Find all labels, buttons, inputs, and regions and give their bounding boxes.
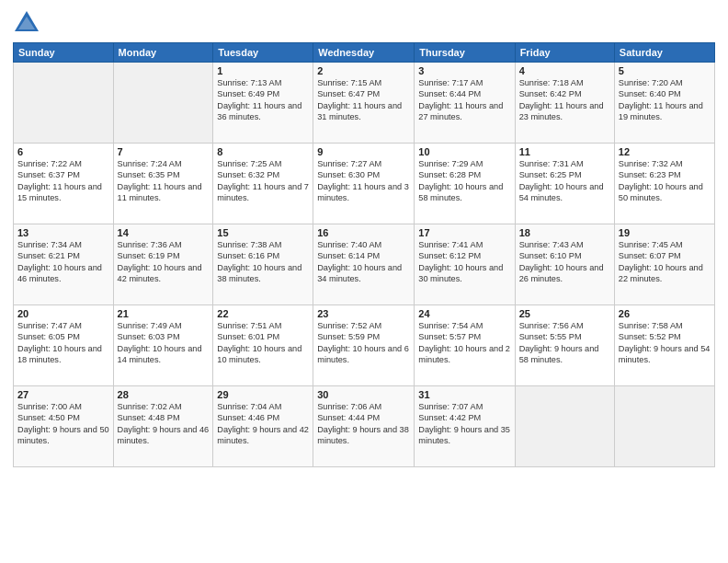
day-info: Sunrise: 7:52 AM Sunset: 5:59 PM Dayligh…	[317, 320, 410, 366]
calendar-header-monday: Monday	[113, 43, 213, 63]
calendar-header-wednesday: Wednesday	[313, 43, 415, 63]
calendar-cell: 19Sunrise: 7:45 AM Sunset: 6:07 PM Dayli…	[614, 224, 714, 305]
day-number: 29	[217, 389, 309, 400]
calendar-cell: 21Sunrise: 7:49 AM Sunset: 6:03 PM Dayli…	[113, 305, 213, 386]
day-number: 1	[217, 65, 309, 76]
calendar-cell	[614, 386, 714, 467]
calendar-cell	[14, 63, 114, 144]
calendar-header-thursday: Thursday	[415, 43, 515, 63]
calendar-cell: 18Sunrise: 7:43 AM Sunset: 6:10 PM Dayli…	[515, 224, 614, 305]
calendar-cell: 4Sunrise: 7:18 AM Sunset: 6:42 PM Daylig…	[515, 63, 614, 144]
logo	[13, 9, 44, 37]
day-info: Sunrise: 7:17 AM Sunset: 6:44 PM Dayligh…	[418, 77, 510, 123]
day-number: 28	[118, 389, 210, 400]
day-number: 7	[118, 146, 210, 157]
day-info: Sunrise: 7:15 AM Sunset: 6:47 PM Dayligh…	[317, 77, 410, 123]
calendar-header-tuesday: Tuesday	[213, 43, 313, 63]
calendar-cell: 28Sunrise: 7:02 AM Sunset: 4:48 PM Dayli…	[113, 386, 213, 467]
calendar-cell: 14Sunrise: 7:36 AM Sunset: 6:19 PM Dayli…	[113, 224, 213, 305]
day-info: Sunrise: 7:43 AM Sunset: 6:10 PM Dayligh…	[519, 239, 610, 285]
calendar-cell: 17Sunrise: 7:41 AM Sunset: 6:12 PM Dayli…	[415, 224, 515, 305]
day-info: Sunrise: 7:07 AM Sunset: 4:42 PM Dayligh…	[418, 401, 510, 447]
day-info: Sunrise: 7:18 AM Sunset: 6:42 PM Dayligh…	[519, 77, 610, 123]
day-info: Sunrise: 7:40 AM Sunset: 6:14 PM Dayligh…	[317, 239, 410, 285]
day-number: 16	[317, 227, 410, 238]
calendar-cell: 30Sunrise: 7:06 AM Sunset: 4:44 PM Dayli…	[313, 386, 415, 467]
day-info: Sunrise: 7:29 AM Sunset: 6:28 PM Dayligh…	[418, 158, 510, 204]
calendar-cell: 27Sunrise: 7:00 AM Sunset: 4:50 PM Dayli…	[14, 386, 114, 467]
calendar-week-row: 13Sunrise: 7:34 AM Sunset: 6:21 PM Dayli…	[14, 224, 715, 305]
day-number: 27	[17, 389, 109, 400]
calendar-cell: 12Sunrise: 7:32 AM Sunset: 6:23 PM Dayli…	[614, 144, 714, 224]
day-number: 19	[619, 227, 711, 238]
day-number: 3	[418, 65, 510, 76]
day-number: 31	[418, 389, 510, 400]
day-number: 18	[519, 227, 610, 238]
calendar-cell: 24Sunrise: 7:54 AM Sunset: 5:57 PM Dayli…	[415, 305, 515, 386]
day-info: Sunrise: 7:31 AM Sunset: 6:25 PM Dayligh…	[519, 158, 610, 204]
calendar-cell: 20Sunrise: 7:47 AM Sunset: 6:05 PM Dayli…	[14, 305, 114, 386]
day-number: 8	[217, 146, 309, 157]
calendar-table: SundayMondayTuesdayWednesdayThursdayFrid…	[13, 42, 715, 467]
calendar-cell: 13Sunrise: 7:34 AM Sunset: 6:21 PM Dayli…	[14, 224, 114, 305]
calendar-cell: 6Sunrise: 7:22 AM Sunset: 6:37 PM Daylig…	[14, 144, 114, 224]
day-number: 24	[418, 308, 510, 319]
day-info: Sunrise: 7:24 AM Sunset: 6:35 PM Dayligh…	[118, 158, 210, 204]
calendar-cell: 9Sunrise: 7:27 AM Sunset: 6:30 PM Daylig…	[313, 144, 415, 224]
calendar-cell: 31Sunrise: 7:07 AM Sunset: 4:42 PM Dayli…	[415, 386, 515, 467]
day-number: 21	[118, 308, 210, 319]
calendar-week-row: 27Sunrise: 7:00 AM Sunset: 4:50 PM Dayli…	[14, 386, 715, 467]
calendar-cell: 8Sunrise: 7:25 AM Sunset: 6:32 PM Daylig…	[213, 144, 313, 224]
calendar-cell: 7Sunrise: 7:24 AM Sunset: 6:35 PM Daylig…	[113, 144, 213, 224]
day-info: Sunrise: 7:27 AM Sunset: 6:30 PM Dayligh…	[317, 158, 410, 204]
day-number: 17	[418, 227, 510, 238]
calendar-cell: 3Sunrise: 7:17 AM Sunset: 6:44 PM Daylig…	[415, 63, 515, 144]
calendar-cell: 26Sunrise: 7:58 AM Sunset: 5:52 PM Dayli…	[614, 305, 714, 386]
logo-icon	[13, 9, 40, 37]
day-info: Sunrise: 7:22 AM Sunset: 6:37 PM Dayligh…	[17, 158, 109, 204]
day-info: Sunrise: 7:56 AM Sunset: 5:55 PM Dayligh…	[519, 320, 610, 366]
calendar-cell	[113, 63, 213, 144]
day-info: Sunrise: 7:25 AM Sunset: 6:32 PM Dayligh…	[217, 158, 309, 204]
day-info: Sunrise: 7:38 AM Sunset: 6:16 PM Dayligh…	[217, 239, 309, 285]
calendar-cell: 2Sunrise: 7:15 AM Sunset: 6:47 PM Daylig…	[313, 63, 415, 144]
day-number: 25	[519, 308, 610, 319]
calendar-week-row: 20Sunrise: 7:47 AM Sunset: 6:05 PM Dayli…	[14, 305, 715, 386]
calendar-cell: 29Sunrise: 7:04 AM Sunset: 4:46 PM Dayli…	[213, 386, 313, 467]
calendar-cell: 1Sunrise: 7:13 AM Sunset: 6:49 PM Daylig…	[213, 63, 313, 144]
calendar-cell	[515, 386, 614, 467]
day-info: Sunrise: 7:41 AM Sunset: 6:12 PM Dayligh…	[418, 239, 510, 285]
day-number: 20	[17, 308, 109, 319]
day-info: Sunrise: 7:47 AM Sunset: 6:05 PM Dayligh…	[17, 320, 109, 366]
day-number: 12	[619, 146, 711, 157]
calendar-header-sunday: Sunday	[14, 43, 114, 63]
day-info: Sunrise: 7:04 AM Sunset: 4:46 PM Dayligh…	[217, 401, 309, 447]
day-number: 14	[118, 227, 210, 238]
day-number: 5	[619, 65, 711, 76]
day-info: Sunrise: 7:34 AM Sunset: 6:21 PM Dayligh…	[17, 239, 109, 285]
day-number: 6	[17, 146, 109, 157]
day-info: Sunrise: 7:20 AM Sunset: 6:40 PM Dayligh…	[619, 77, 711, 123]
calendar-cell: 10Sunrise: 7:29 AM Sunset: 6:28 PM Dayli…	[415, 144, 515, 224]
day-info: Sunrise: 7:51 AM Sunset: 6:01 PM Dayligh…	[217, 320, 309, 366]
calendar-cell: 22Sunrise: 7:51 AM Sunset: 6:01 PM Dayli…	[213, 305, 313, 386]
day-info: Sunrise: 7:36 AM Sunset: 6:19 PM Dayligh…	[118, 239, 210, 285]
day-info: Sunrise: 7:06 AM Sunset: 4:44 PM Dayligh…	[317, 401, 410, 447]
day-info: Sunrise: 7:58 AM Sunset: 5:52 PM Dayligh…	[619, 320, 711, 366]
day-number: 4	[519, 65, 610, 76]
calendar-cell: 23Sunrise: 7:52 AM Sunset: 5:59 PM Dayli…	[313, 305, 415, 386]
calendar-header-row: SundayMondayTuesdayWednesdayThursdayFrid…	[14, 43, 715, 63]
day-info: Sunrise: 7:54 AM Sunset: 5:57 PM Dayligh…	[418, 320, 510, 366]
day-info: Sunrise: 7:32 AM Sunset: 6:23 PM Dayligh…	[619, 158, 711, 204]
calendar-week-row: 6Sunrise: 7:22 AM Sunset: 6:37 PM Daylig…	[14, 144, 715, 224]
calendar-cell: 11Sunrise: 7:31 AM Sunset: 6:25 PM Dayli…	[515, 144, 614, 224]
day-number: 23	[317, 308, 410, 319]
day-info: Sunrise: 7:49 AM Sunset: 6:03 PM Dayligh…	[118, 320, 210, 366]
calendar-cell: 25Sunrise: 7:56 AM Sunset: 5:55 PM Dayli…	[515, 305, 614, 386]
day-number: 13	[17, 227, 109, 238]
day-number: 26	[619, 308, 711, 319]
calendar-header-friday: Friday	[515, 43, 614, 63]
page-header	[13, 9, 715, 37]
calendar-week-row: 1Sunrise: 7:13 AM Sunset: 6:49 PM Daylig…	[14, 63, 715, 144]
day-number: 2	[317, 65, 410, 76]
